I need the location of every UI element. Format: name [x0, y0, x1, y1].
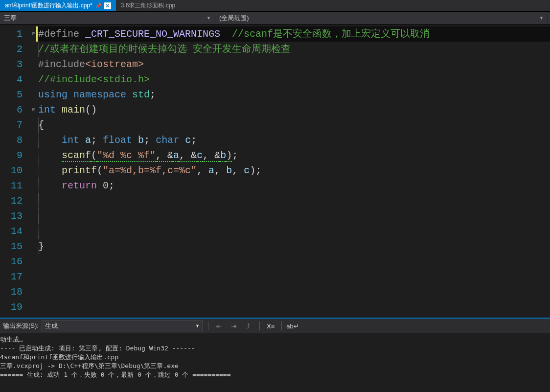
fold-marker: [29, 57, 38, 72]
fold-marker: [29, 117, 38, 133]
chevron-down-icon: ▼: [195, 323, 200, 328]
close-icon[interactable]: ×: [104, 2, 111, 9]
line-number: 19: [0, 300, 29, 315]
code-line[interactable]: [38, 284, 550, 300]
line-number: 3: [0, 57, 29, 72]
scope-label: 三章: [4, 14, 17, 23]
fold-marker: [29, 239, 38, 254]
code-line[interactable]: [38, 254, 550, 269]
scope-dropdown[interactable]: 三章 ▼: [0, 12, 215, 24]
line-number: 4: [0, 72, 29, 87]
separator: [281, 322, 282, 330]
code-line[interactable]: printf("a=%d,b=%f,c=%c", a, b, c);: [38, 163, 550, 178]
fold-marker: [29, 208, 38, 224]
fold-column: ⊟⊟: [29, 24, 38, 318]
line-number: 5: [0, 87, 29, 102]
navigation-bar: 三章 ▼ (全局范围) ▼: [0, 12, 550, 24]
line-number: 2: [0, 42, 29, 57]
tab-label: anf和printf函数进行输入输出.cpp*: [5, 1, 92, 10]
fold-marker: [29, 193, 38, 208]
output-toolbar: 输出来源(S): 生成 ▼ ⇤ ⇥ ⤴ Ⅹ≡ ab↵: [0, 319, 550, 333]
fold-marker: [29, 224, 38, 239]
fold-marker: [29, 133, 38, 148]
code-line[interactable]: {: [38, 117, 550, 133]
chevron-down-icon: ▼: [206, 16, 211, 21]
fold-marker: [29, 42, 38, 57]
code-line[interactable]: [38, 193, 550, 208]
code-line[interactable]: [38, 224, 550, 239]
member-dropdown[interactable]: (全局范围) ▼: [215, 12, 548, 24]
line-number: 9: [0, 148, 29, 163]
code-line[interactable]: int a; float b; char c;: [38, 133, 550, 148]
fold-marker: [29, 178, 38, 193]
code-line[interactable]: }: [38, 239, 550, 254]
line-number: 12: [0, 193, 29, 208]
separator: [259, 322, 260, 330]
separator: [208, 322, 208, 330]
code-line[interactable]: [38, 300, 550, 315]
line-number: 13: [0, 208, 29, 224]
fold-marker[interactable]: ⊟: [29, 102, 38, 117]
code-content[interactable]: #define _CRT_SECURE_NO_WARNINGS //scanf是…: [38, 24, 550, 318]
code-line[interactable]: //或者在创建项目的时候去掉勾选 安全开发生命周期检查: [38, 42, 550, 57]
wrap-icon[interactable]: ab↵: [287, 321, 298, 331]
goto-icon[interactable]: ⤴: [243, 321, 254, 331]
code-line[interactable]: #define _CRT_SECURE_NO_WARNINGS //scanf是…: [38, 26, 550, 42]
goto-prev-icon[interactable]: ⇤: [213, 321, 225, 331]
line-number: 1: [0, 26, 29, 42]
tab-bar: anf和printf函数进行输入输出.cpp* 📌 × 3.6求三角形面积.cp…: [0, 0, 550, 12]
output-source-dropdown[interactable]: 生成 ▼: [42, 321, 203, 331]
line-number: 11: [0, 178, 29, 193]
line-number: 16: [0, 254, 29, 269]
fold-marker: [29, 148, 38, 163]
tab-inactive-file[interactable]: 3.6求三角形面积.cpp: [116, 0, 180, 11]
code-line[interactable]: #include<iostream>: [38, 57, 550, 72]
code-line[interactable]: [38, 269, 550, 284]
goto-next-icon[interactable]: ⇥: [228, 321, 240, 331]
fold-marker: [29, 269, 38, 284]
code-line[interactable]: [38, 208, 550, 224]
line-number: 18: [0, 284, 29, 300]
fold-marker: [29, 300, 38, 315]
fold-marker: [29, 72, 38, 87]
line-number: 6: [0, 102, 29, 117]
output-text[interactable]: 动生成… ---- 已启动生成: 项目: 第三章, 配置: Debug Win3…: [0, 333, 550, 392]
output-source-label: 输出来源(S):: [3, 322, 39, 330]
fold-marker: [29, 284, 38, 300]
pin-icon[interactable]: 📌: [95, 3, 101, 8]
code-editor[interactable]: 12345678910111213141516171819 ⊟⊟ #define…: [0, 24, 550, 318]
fold-marker: [29, 254, 38, 269]
output-source-value: 生成: [45, 322, 58, 330]
clear-icon[interactable]: Ⅹ≡: [265, 321, 276, 331]
member-label: (全局范围): [219, 14, 249, 23]
line-number: 17: [0, 269, 29, 284]
code-line[interactable]: scanf("%d %c %f", &a, &c, &b);: [38, 148, 550, 163]
code-line[interactable]: int main(): [38, 102, 550, 117]
code-line[interactable]: using namespace std;: [38, 87, 550, 102]
line-number: 7: [0, 117, 29, 133]
fold-marker: [29, 163, 38, 178]
line-number: 8: [0, 133, 29, 148]
fold-marker: [29, 87, 38, 102]
chevron-down-icon: ▼: [539, 16, 544, 21]
tab-active-file[interactable]: anf和printf函数进行输入输出.cpp* 📌 ×: [0, 0, 116, 11]
output-panel: 输出来源(S): 生成 ▼ ⇤ ⇥ ⤴ Ⅹ≡ ab↵ 动生成… ---- 已启动…: [0, 318, 550, 392]
line-number: 15: [0, 239, 29, 254]
line-number-gutter: 12345678910111213141516171819: [0, 24, 29, 318]
tab-label: 3.6求三角形面积.cpp: [121, 1, 175, 10]
code-line[interactable]: return 0;: [38, 178, 550, 193]
line-number: 14: [0, 224, 29, 239]
line-number: 10: [0, 163, 29, 178]
code-line[interactable]: //#include<stdio.h>: [38, 72, 550, 87]
